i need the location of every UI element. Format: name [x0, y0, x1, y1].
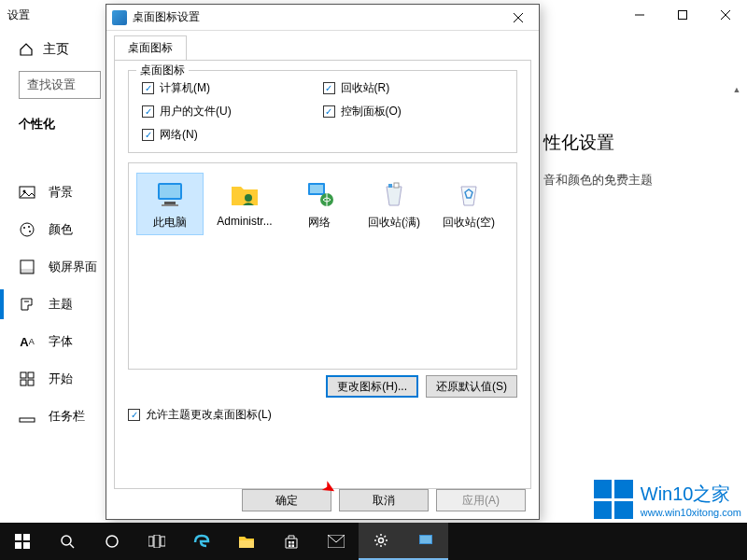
- cortana-button[interactable]: [90, 523, 134, 560]
- icon-label: Administr...: [217, 215, 272, 228]
- cancel-button[interactable]: 取消: [339, 489, 429, 511]
- cb-label: 用户的文件(U): [160, 104, 232, 119]
- folder-user-icon: [228, 177, 261, 211]
- ok-button[interactable]: 确定: [242, 489, 331, 511]
- recycle-empty-icon: [452, 177, 486, 211]
- close-button[interactable]: [704, 0, 747, 30]
- tab-strip: 桌面图标: [106, 31, 539, 60]
- svg-rect-11: [21, 269, 34, 273]
- search-input[interactable]: 查找设置: [19, 71, 101, 99]
- icon-label: 回收站(空): [443, 215, 495, 231]
- computer-icon: [153, 177, 187, 211]
- icon-user-files[interactable]: Administr...: [211, 173, 278, 232]
- svg-point-45: [379, 539, 384, 543]
- checkbox-control[interactable]: ✓控制面板(O): [323, 104, 504, 119]
- dialog-title: 桌面图标设置: [133, 9, 503, 25]
- home-label: 主页: [43, 41, 69, 58]
- right-text: 音和颜色的免费主题: [543, 172, 653, 189]
- check-icon: ✓: [323, 105, 335, 118]
- maximize-button[interactable]: [661, 0, 704, 30]
- icon-preview: 此电脑 Administr... 网络 回收站(满) 回收站(空): [128, 162, 517, 370]
- checkbox-network[interactable]: ✓网络(N): [142, 127, 323, 143]
- dialog-titlebar: 桌面图标设置: [106, 5, 539, 31]
- palette-icon: [19, 221, 35, 238]
- mail-button[interactable]: [314, 523, 359, 560]
- svg-rect-27: [388, 184, 392, 188]
- desktop-icons-group: 桌面图标 ✓计算机(M) ✓用户的文件(U) ✓网络(N) ✓回收站(R) ✓控…: [128, 70, 517, 153]
- minimize-button[interactable]: [618, 0, 661, 30]
- cb-label: 网络(N): [160, 127, 198, 143]
- icon-recycle-empty[interactable]: 回收站(空): [435, 173, 502, 235]
- taskview-button[interactable]: [134, 523, 179, 560]
- check-icon: ✓: [142, 105, 154, 118]
- svg-rect-42: [289, 545, 291, 548]
- cb-label: 计算机(M): [160, 80, 210, 96]
- icon-label: 网络: [308, 215, 331, 231]
- apply-button[interactable]: 应用(A): [436, 489, 526, 511]
- scrollbar[interactable]: ▲: [730, 82, 743, 474]
- svg-rect-30: [23, 534, 30, 540]
- watermark: Win10之家 www.win10xitong.com: [594, 480, 741, 519]
- svg-rect-22: [162, 204, 178, 206]
- check-icon: ✓: [142, 82, 154, 94]
- start-icon: [19, 371, 35, 387]
- svg-rect-41: [292, 541, 295, 544]
- svg-rect-25: [310, 185, 323, 193]
- svg-point-8: [28, 226, 30, 228]
- svg-line-34: [70, 544, 74, 548]
- search-button[interactable]: [45, 523, 90, 560]
- recycle-full-icon: [377, 177, 411, 211]
- explorer-button[interactable]: [224, 523, 269, 560]
- nav-label: 颜色: [49, 221, 73, 238]
- svg-rect-36: [148, 537, 153, 546]
- lockscreen-icon: [19, 259, 35, 275]
- check-icon: ✓: [142, 129, 154, 141]
- checkbox-userfiles[interactable]: ✓用户的文件(U): [142, 104, 323, 119]
- nav-label: 锁屏界面: [49, 259, 97, 275]
- settings-taskbar-button[interactable]: [359, 523, 403, 560]
- settings-title: 设置: [7, 7, 30, 23]
- network-icon: [303, 177, 336, 211]
- store-button[interactable]: [269, 523, 314, 560]
- checkbox-computer[interactable]: ✓计算机(M): [142, 80, 323, 96]
- svg-rect-12: [21, 372, 26, 378]
- cb-label: 回收站(R): [341, 80, 390, 96]
- watermark-url: www.win10xitong.com: [641, 507, 741, 518]
- dialog-close-button[interactable]: [503, 6, 533, 30]
- checkbox-allow-theme[interactable]: ✓ 允许主题更改桌面图标(L): [128, 407, 517, 423]
- icon-this-pc[interactable]: 此电脑: [136, 173, 204, 235]
- svg-rect-15: [28, 380, 34, 385]
- svg-point-23: [245, 194, 252, 202]
- nav-label: 背景: [49, 184, 73, 201]
- svg-rect-20: [160, 185, 180, 198]
- icon-recycle-full[interactable]: 回收站(满): [360, 173, 428, 235]
- picture-icon: [19, 184, 35, 201]
- start-button[interactable]: [0, 523, 45, 560]
- svg-rect-31: [15, 542, 21, 549]
- check-icon: ✓: [128, 409, 140, 421]
- checkbox-recycle[interactable]: ✓回收站(R): [323, 80, 504, 96]
- edge-button[interactable]: [179, 523, 224, 560]
- svg-rect-43: [292, 545, 295, 548]
- svg-rect-13: [28, 372, 34, 378]
- control-panel-taskbar-button[interactable]: [403, 523, 448, 560]
- svg-rect-47: [420, 536, 431, 543]
- restore-default-button[interactable]: 还原默认值(S): [426, 375, 517, 398]
- svg-rect-28: [394, 183, 399, 188]
- tab-desktop-icons[interactable]: 桌面图标: [114, 35, 187, 61]
- dialog-app-icon: [112, 10, 127, 25]
- icon-network[interactable]: 网络: [286, 173, 353, 235]
- svg-rect-38: [161, 537, 165, 546]
- search-placeholder: 查找设置: [27, 77, 76, 93]
- scroll-up-icon[interactable]: ▲: [730, 82, 743, 97]
- svg-rect-21: [164, 202, 176, 204]
- svg-point-7: [23, 227, 25, 229]
- svg-rect-32: [23, 542, 30, 549]
- change-icon-button[interactable]: 更改图标(H)...: [326, 375, 418, 398]
- desktop-icon-dialog: 桌面图标设置 桌面图标 桌面图标 ✓计算机(M) ✓用户的文件(U) ✓网络(N…: [106, 4, 540, 520]
- svg-rect-40: [289, 541, 291, 544]
- taskbar: [0, 523, 747, 560]
- svg-point-6: [21, 223, 34, 236]
- svg-rect-16: [20, 418, 35, 422]
- nav-label: 任务栏: [49, 408, 85, 425]
